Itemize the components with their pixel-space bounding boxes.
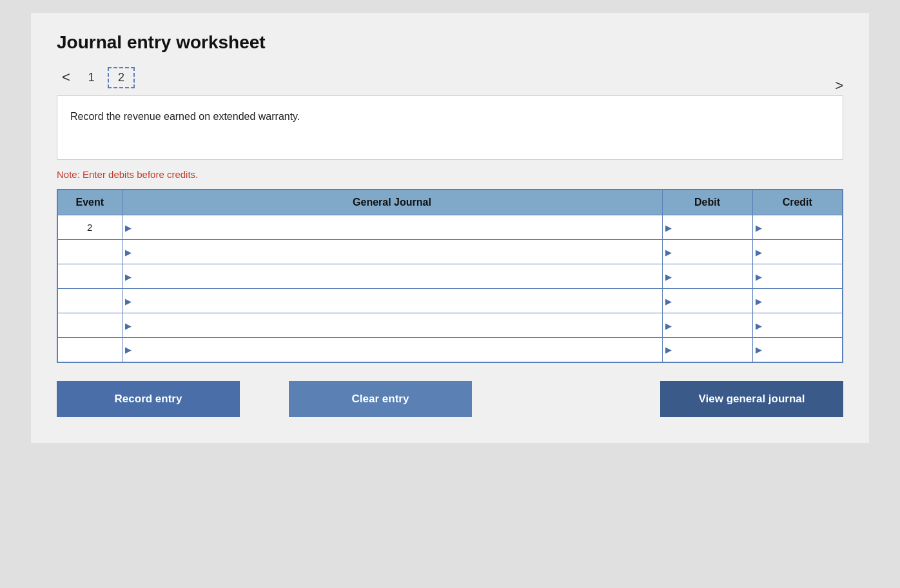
header-journal: General Journal [122, 190, 662, 215]
credit-input-6[interactable] [757, 338, 843, 362]
table-row: ▶ ▶ ▶ [57, 264, 843, 289]
prev-arrow[interactable]: < [57, 66, 75, 89]
credit-input-5[interactable] [757, 313, 843, 337]
table-row: 2 ▶ ▶ ▶ [57, 215, 843, 240]
event-cell-1: 2 [57, 215, 122, 240]
credit-input-1[interactable] [757, 215, 843, 239]
next-arrow[interactable]: > [835, 77, 843, 94]
credit-cell-3[interactable]: ▶ [752, 264, 843, 289]
record-entry-button[interactable]: Record entry [57, 381, 240, 417]
journal-cell-1[interactable]: ▶ [122, 215, 662, 240]
event-cell-4 [57, 289, 122, 313]
debit-input-3[interactable] [667, 264, 752, 288]
debit-cell-4[interactable]: ▶ [662, 289, 752, 313]
table-row: ▶ ▶ ▶ [57, 338, 843, 362]
view-general-journal-button[interactable]: View general journal [660, 381, 843, 417]
credit-arrow-5: ▶ [756, 320, 762, 330]
journal-input-3[interactable] [126, 264, 662, 288]
journal-arrow-3: ▶ [125, 271, 132, 281]
header-event: Event [57, 190, 122, 215]
debit-arrow-6: ▶ [665, 345, 672, 355]
journal-cell-2[interactable]: ▶ [122, 240, 662, 264]
credit-cell-5[interactable]: ▶ [752, 313, 843, 338]
event-cell-5 [57, 313, 122, 338]
table-header: Event General Journal Debit Credit [57, 190, 843, 215]
table-row: ▶ ▶ ▶ [57, 313, 843, 338]
credit-cell-2[interactable]: ▶ [752, 240, 843, 264]
credit-arrow-2: ▶ [756, 247, 762, 257]
journal-arrow-6: ▶ [125, 345, 132, 355]
credit-input-4[interactable] [757, 289, 843, 313]
journal-arrow-4: ▶ [125, 296, 132, 306]
description-box: Record the revenue earned on extended wa… [57, 95, 843, 160]
debit-input-5[interactable] [667, 313, 752, 337]
nav-row: < 1 2 [57, 66, 843, 89]
journal-input-6[interactable] [126, 338, 662, 362]
debit-cell-5[interactable]: ▶ [662, 313, 752, 338]
credit-cell-6[interactable]: ▶ [752, 338, 843, 362]
debit-arrow-2: ▶ [665, 247, 672, 257]
journal-input-1[interactable] [126, 215, 662, 239]
debit-input-6[interactable] [667, 338, 752, 362]
debit-arrow-4: ▶ [665, 296, 672, 306]
debit-input-2[interactable] [667, 240, 752, 264]
debit-input-1[interactable] [667, 215, 752, 239]
journal-cell-5[interactable]: ▶ [122, 313, 662, 338]
journal-table: Event General Journal Debit Credit 2 ▶ ▶ [57, 189, 843, 363]
header-debit: Debit [662, 190, 752, 215]
credit-cell-1[interactable]: ▶ [752, 215, 843, 240]
credit-input-3[interactable] [757, 264, 843, 288]
debit-arrow-1: ▶ [665, 222, 672, 232]
event-cell-3 [57, 264, 122, 289]
description-text: Record the revenue earned on extended wa… [70, 111, 300, 122]
note-text: Note: Enter debits before credits. [57, 169, 843, 180]
clear-entry-button[interactable]: Clear entry [289, 381, 472, 417]
table-row: ▶ ▶ ▶ [57, 289, 843, 313]
header-credit: Credit [752, 190, 843, 215]
journal-input-2[interactable] [126, 240, 662, 264]
debit-cell-6[interactable]: ▶ [662, 338, 752, 362]
debit-input-4[interactable] [667, 289, 752, 313]
credit-arrow-4: ▶ [756, 296, 762, 306]
buttons-row: Record entry Clear entry View general jo… [57, 381, 843, 417]
credit-arrow-6: ▶ [756, 345, 762, 355]
debit-arrow-3: ▶ [665, 271, 672, 281]
credit-cell-4[interactable]: ▶ [752, 289, 843, 313]
event-cell-6 [57, 338, 122, 362]
page-1-nav[interactable]: 1 [88, 71, 95, 84]
event-cell-2 [57, 240, 122, 264]
journal-arrow-5: ▶ [125, 320, 132, 330]
debit-cell-2[interactable]: ▶ [662, 240, 752, 264]
table-row: ▶ ▶ ▶ [57, 240, 843, 264]
credit-arrow-1: ▶ [756, 222, 762, 232]
journal-cell-4[interactable]: ▶ [122, 289, 662, 313]
debit-cell-1[interactable]: ▶ [662, 215, 752, 240]
journal-input-4[interactable] [126, 289, 662, 313]
journal-input-5[interactable] [126, 313, 662, 337]
page-2-nav[interactable]: 2 [108, 67, 135, 88]
journal-arrow-2: ▶ [125, 247, 132, 257]
credit-input-2[interactable] [757, 240, 843, 264]
journal-cell-3[interactable]: ▶ [122, 264, 662, 289]
debit-arrow-5: ▶ [665, 320, 672, 330]
credit-arrow-3: ▶ [756, 271, 762, 281]
table-body: 2 ▶ ▶ ▶ ▶ [57, 215, 843, 362]
journal-cell-6[interactable]: ▶ [122, 338, 662, 362]
debit-cell-3[interactable]: ▶ [662, 264, 752, 289]
page-container: Journal entry worksheet < 1 2 > Record t… [31, 13, 869, 443]
page-title: Journal entry worksheet [57, 32, 843, 53]
journal-arrow-1: ▶ [125, 222, 132, 232]
